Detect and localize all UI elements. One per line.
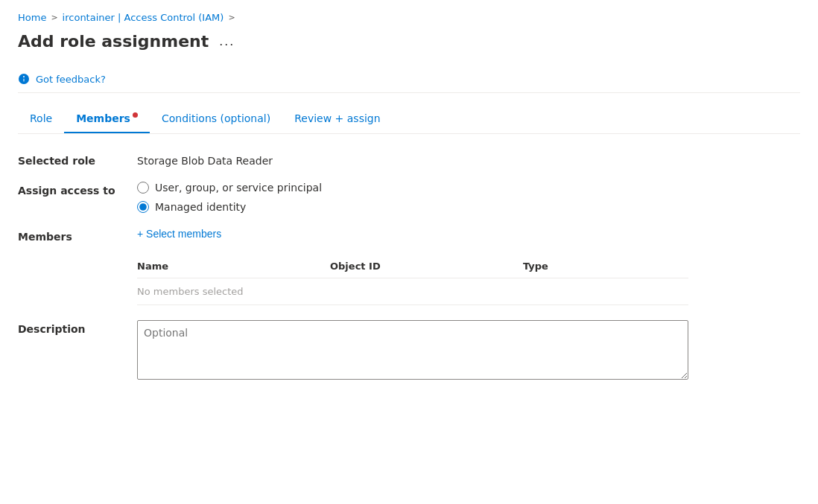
members-label: Members [18, 228, 137, 305]
radio-managed-label: Managed identity [155, 201, 246, 213]
col-type: Type [523, 255, 688, 278]
form-section: Selected role Storage Blob Data Reader A… [18, 152, 688, 382]
radio-user[interactable] [137, 182, 149, 194]
page-title-row: Add role assignment ... [18, 32, 800, 51]
select-members-button[interactable]: + Select members [137, 228, 688, 240]
breadcrumb: Home > ircontainer | Access Control (IAM… [18, 12, 800, 23]
radio-managed[interactable] [137, 201, 149, 213]
breadcrumb-sep2: > [228, 13, 235, 22]
feedback-text: Got feedback? [36, 74, 106, 85]
selected-role-value: Storage Blob Data Reader [137, 152, 688, 167]
col-object-id: Object ID [330, 255, 523, 278]
no-members-text: No members selected [137, 278, 688, 305]
tab-members[interactable]: Members [64, 105, 150, 133]
feedback-icon [18, 73, 30, 85]
table-row-empty: No members selected [137, 278, 688, 305]
page-title: Add role assignment [18, 32, 209, 51]
description-label: Description [18, 320, 137, 382]
tab-conditions[interactable]: Conditions (optional) [150, 105, 282, 133]
members-dot [133, 112, 138, 118]
description-textarea[interactable] [137, 320, 688, 380]
description-container [137, 320, 688, 382]
members-table: Name Object ID Type No members selected [137, 255, 688, 305]
assign-access-options: User, group, or service principal Manage… [137, 182, 688, 213]
feedback-bar[interactable]: Got feedback? [18, 66, 800, 93]
col-name: Name [137, 255, 330, 278]
assign-access-label: Assign access to [18, 182, 137, 213]
members-section: + Select members Name Object ID Type No … [137, 228, 688, 305]
more-options-button[interactable]: ... [216, 34, 238, 49]
breadcrumb-sep1: > [51, 13, 57, 22]
breadcrumb-home[interactable]: Home [18, 12, 46, 23]
radio-user-label: User, group, or service principal [155, 182, 322, 194]
selected-role-label: Selected role [18, 152, 137, 167]
radio-user-option[interactable]: User, group, or service principal [137, 182, 688, 194]
tab-role[interactable]: Role [18, 105, 64, 133]
tab-review[interactable]: Review + assign [282, 105, 392, 133]
breadcrumb-container[interactable]: ircontainer | Access Control (IAM) [63, 12, 224, 23]
tab-bar: Role Members Conditions (optional) Revie… [18, 105, 800, 134]
radio-managed-option[interactable]: Managed identity [137, 201, 688, 213]
